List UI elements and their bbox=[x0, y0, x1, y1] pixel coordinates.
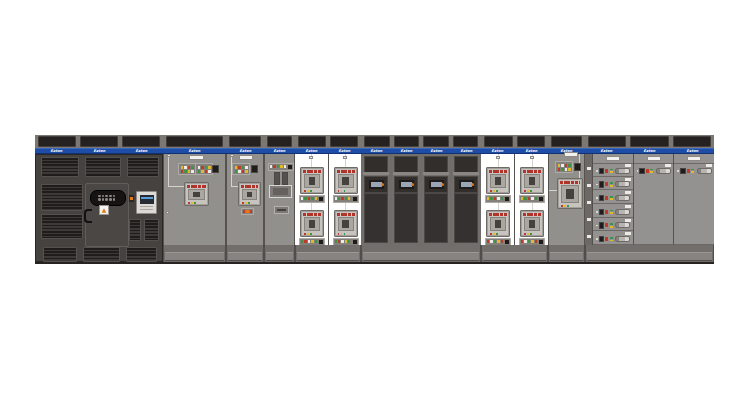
air-circuit-breaker[interactable] bbox=[238, 182, 261, 206]
roof-vent bbox=[484, 136, 513, 147]
indicator-cluster bbox=[555, 161, 573, 173]
generator-controller-display[interactable] bbox=[136, 191, 157, 214]
breaker-operating-handle[interactable] bbox=[615, 222, 630, 228]
brand-logo: Eaton bbox=[600, 149, 612, 152]
red-pilot-light bbox=[605, 182, 608, 186]
roof-vent bbox=[453, 136, 479, 147]
feeder-breaker[interactable] bbox=[486, 167, 510, 194]
mcc-bucket[interactable] bbox=[593, 218, 633, 232]
section-base bbox=[361, 245, 481, 262]
brand-logo: Eaton bbox=[370, 149, 382, 152]
stop-pushbutton[interactable] bbox=[599, 209, 605, 216]
mcc-bucket[interactable] bbox=[593, 231, 633, 245]
breaker-operating-handle[interactable] bbox=[656, 168, 671, 174]
circuit-label bbox=[587, 184, 591, 187]
breaker-operating-handle[interactable] bbox=[615, 195, 630, 201]
breaker-operating-handle[interactable] bbox=[615, 181, 630, 187]
generator-cabinet: EatonEatonEaton ▲ bbox=[35, 135, 163, 264]
door-top-panel bbox=[424, 156, 448, 173]
nameplate bbox=[647, 156, 661, 161]
pilot-light-row bbox=[299, 195, 325, 203]
stop-pushbutton[interactable] bbox=[599, 236, 605, 243]
breaker-operating-handle[interactable] bbox=[615, 209, 630, 215]
feeder-breaker[interactable] bbox=[300, 167, 324, 194]
circuit-label bbox=[587, 201, 591, 204]
amber-pilot-light bbox=[471, 183, 474, 186]
main-breaker-section-2: Eaton bbox=[226, 135, 264, 264]
stop-pushbutton[interactable] bbox=[599, 222, 605, 229]
screw bbox=[596, 225, 598, 227]
feeder-breaker[interactable] bbox=[334, 210, 358, 237]
feeder-breaker-section-1: EatonEaton bbox=[295, 135, 361, 264]
feeder-breaker[interactable] bbox=[300, 210, 324, 237]
amber-pilot-light bbox=[381, 183, 384, 186]
roof-vent bbox=[517, 136, 546, 147]
feeder-breaker[interactable] bbox=[520, 167, 544, 194]
roof-vent bbox=[394, 136, 420, 147]
fuse bbox=[274, 172, 280, 185]
display-panel bbox=[364, 176, 388, 193]
breaker-operating-handle[interactable] bbox=[697, 168, 712, 174]
air-circuit-breaker[interactable] bbox=[184, 182, 209, 206]
vt-drawout-tray[interactable] bbox=[269, 185, 292, 198]
mcc-bucket[interactable] bbox=[674, 163, 714, 245]
mcc-bucket[interactable] bbox=[593, 163, 633, 177]
louver-vent bbox=[144, 219, 159, 241]
stop-pushbutton[interactable] bbox=[680, 168, 686, 175]
roof-vent bbox=[630, 136, 668, 147]
mimic-connector bbox=[530, 156, 534, 159]
screw bbox=[596, 184, 598, 186]
controller-screen bbox=[140, 195, 154, 204]
hmi-door[interactable] bbox=[392, 154, 420, 245]
section-base bbox=[264, 245, 295, 262]
door-top-panel bbox=[454, 156, 478, 173]
mcc-bucket[interactable] bbox=[634, 163, 674, 245]
mcc-section: EatonEatonEaton bbox=[585, 135, 714, 264]
control-door[interactable]: ▲ bbox=[85, 183, 129, 247]
pilot-light-pair bbox=[610, 182, 613, 186]
door-rail bbox=[393, 172, 419, 175]
door-rail bbox=[453, 172, 479, 175]
mcc-bucket[interactable] bbox=[593, 177, 633, 191]
tie-breaker-section: Eaton bbox=[548, 135, 585, 264]
section-face bbox=[163, 154, 226, 245]
meter-module bbox=[274, 206, 289, 214]
breaker-operating-handle[interactable] bbox=[615, 168, 630, 174]
main-breaker-section-1: Eaton bbox=[163, 135, 226, 264]
feeder-breaker-section-2: EatonEaton bbox=[481, 135, 548, 264]
hmi-door[interactable] bbox=[422, 154, 450, 245]
mimic-connector bbox=[230, 154, 234, 157]
stop-pushbutton[interactable] bbox=[639, 168, 645, 175]
red-pilot-light bbox=[605, 196, 608, 200]
nameplate bbox=[687, 156, 701, 161]
amber-pilot-light bbox=[129, 195, 134, 202]
feeder-breaker[interactable] bbox=[520, 210, 544, 237]
stop-pushbutton[interactable] bbox=[599, 181, 605, 188]
stop-pushbutton[interactable] bbox=[599, 195, 605, 202]
door-handle-icon[interactable] bbox=[84, 209, 92, 223]
mcc-bucket[interactable] bbox=[593, 190, 633, 204]
nameplate bbox=[606, 156, 620, 161]
tie-breaker[interactable] bbox=[557, 178, 583, 209]
screw bbox=[596, 170, 598, 172]
brand-logo: Eaton bbox=[400, 149, 412, 152]
hmi-door[interactable] bbox=[362, 154, 390, 245]
roof-vent bbox=[229, 136, 261, 147]
roof-vents bbox=[35, 135, 163, 148]
indicator-cluster bbox=[195, 163, 213, 175]
display-panel bbox=[394, 176, 418, 193]
mcc-bucket[interactable] bbox=[593, 204, 633, 218]
vertical-wireway bbox=[585, 154, 593, 245]
hmi-door[interactable] bbox=[452, 154, 480, 245]
test-jack bbox=[212, 165, 219, 173]
feeder-breaker[interactable] bbox=[334, 167, 358, 194]
louver-vent bbox=[129, 219, 141, 241]
door-top-panel bbox=[394, 156, 418, 173]
stop-pushbutton[interactable] bbox=[599, 168, 605, 175]
breaker-operating-handle[interactable] bbox=[615, 236, 630, 242]
door-lower-panel bbox=[394, 193, 418, 243]
feeder-breaker[interactable] bbox=[486, 210, 510, 237]
red-pilot-light bbox=[605, 210, 608, 214]
circuit-label bbox=[587, 235, 591, 238]
louver-vent bbox=[41, 184, 83, 211]
